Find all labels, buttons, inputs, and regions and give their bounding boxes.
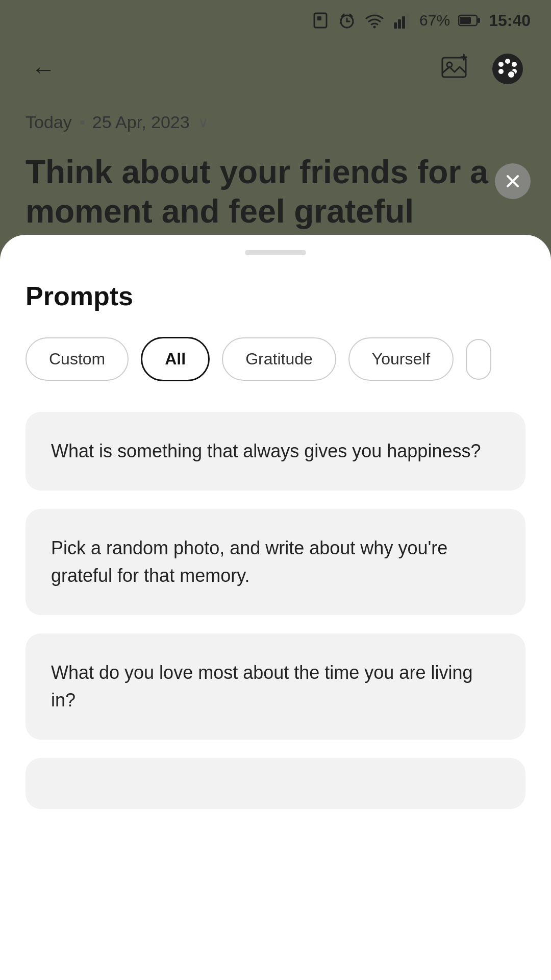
prompt-card-3[interactable]: What do you love most about the time you… <box>26 633 525 740</box>
alarm-icon <box>338 11 356 30</box>
svg-rect-1 <box>317 16 321 20</box>
svg-point-21 <box>505 59 510 64</box>
prompt-text-2: Pick a random photo, and write about why… <box>51 534 500 590</box>
prompt-card-2[interactable]: Pick a random photo, and write about why… <box>26 509 525 615</box>
palette-button[interactable] <box>490 51 525 87</box>
svg-rect-9 <box>398 19 401 29</box>
journal-title: Think about your friends for a moment an… <box>26 153 525 231</box>
svg-rect-15 <box>442 58 466 77</box>
filter-tabs: Custom All Gratitude Yourself <box>26 337 525 381</box>
sheet-title: Prompts <box>26 281 525 311</box>
add-image-button[interactable] <box>439 51 474 87</box>
svg-rect-14 <box>478 18 480 23</box>
battery-percent: 67% <box>419 12 450 29</box>
status-bar: 67% 15:40 <box>0 0 551 41</box>
status-time: 15:40 <box>489 11 531 30</box>
close-button[interactable] <box>495 163 531 199</box>
prompt-card-1[interactable]: What is something that always gives you … <box>26 412 525 491</box>
prompt-text-1: What is something that always gives you … <box>51 437 500 465</box>
date-row: Today 25 Apr, 2023 ∨ <box>26 112 525 132</box>
signal-icon <box>393 11 411 30</box>
tab-all[interactable]: All <box>141 337 210 381</box>
back-arrow-icon: ← <box>31 55 56 83</box>
tab-yourself[interactable]: Yourself <box>348 337 454 381</box>
palette-icon <box>490 51 525 87</box>
today-label: Today <box>26 112 72 132</box>
date-chevron-icon: ∨ <box>198 114 209 131</box>
svg-point-19 <box>492 54 523 84</box>
svg-rect-10 <box>402 16 405 29</box>
tab-partial[interactable] <box>466 339 491 380</box>
svg-rect-13 <box>460 17 471 24</box>
prompts-list: What is something that always gives you … <box>26 412 525 809</box>
bottom-sheet: Prompts Custom All Gratitude Yourself Wh… <box>0 235 551 980</box>
add-image-icon <box>440 53 473 85</box>
tab-custom[interactable]: Custom <box>26 337 129 381</box>
tab-gratitude[interactable]: Gratitude <box>222 337 336 381</box>
full-date: 25 Apr, 2023 <box>92 112 190 132</box>
svg-point-7 <box>373 26 376 29</box>
sheet-handle <box>245 250 306 255</box>
top-actions <box>439 51 525 87</box>
prompt-card-partial[interactable] <box>26 758 525 809</box>
top-bar: ← <box>26 41 525 97</box>
sim-icon <box>311 11 330 30</box>
svg-point-24 <box>498 69 504 74</box>
prompt-text-3: What do you love most about the time you… <box>51 659 500 714</box>
status-icons: 67% 15:40 <box>311 11 531 30</box>
battery-icon <box>458 13 481 28</box>
svg-point-22 <box>512 62 517 67</box>
date-label[interactable]: Today 25 Apr, 2023 ∨ <box>26 112 209 132</box>
svg-rect-8 <box>394 22 397 29</box>
back-button[interactable]: ← <box>26 51 61 87</box>
close-icon <box>504 172 522 190</box>
date-dot <box>80 120 84 125</box>
svg-rect-11 <box>406 13 409 29</box>
wifi-icon <box>364 11 385 30</box>
svg-point-20 <box>498 62 504 67</box>
svg-point-25 <box>508 71 515 78</box>
